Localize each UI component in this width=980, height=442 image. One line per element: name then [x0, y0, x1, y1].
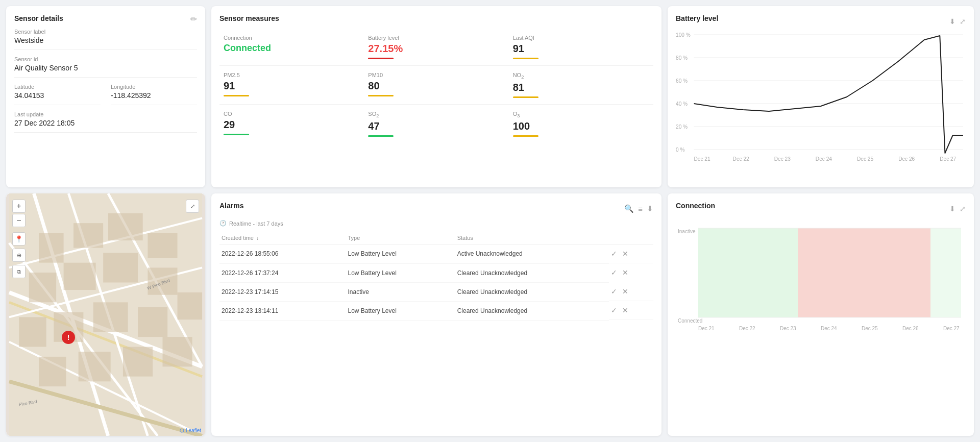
svg-text:Dec 26: Dec 26: [902, 326, 919, 331]
battery-svg: 100 % 80 % 60 % 40 % 20 % 0 % Dec 21 Dec…: [676, 31, 966, 174]
sort-icon[interactable]: ↓: [256, 235, 259, 241]
svg-text:Dec 24: Dec 24: [821, 326, 837, 331]
battery-expand-icon[interactable]: ⤢: [960, 17, 966, 26]
alarms-search-icon[interactable]: 🔍: [624, 204, 634, 213]
svg-rect-43: [39, 357, 66, 386]
aqi-label: Last AQI: [513, 35, 649, 41]
aqi-value: 91: [513, 43, 649, 55]
no2-bar: [513, 96, 538, 98]
svg-text:Dec 27: Dec 27: [940, 156, 957, 162]
connection-chart-actions: ⬇ ⤢: [949, 205, 966, 213]
pm10-bar: [368, 95, 394, 96]
alarms-filter-icon[interactable]: ≡: [638, 205, 643, 213]
alarm-ack-4[interactable]: ✓: [611, 306, 617, 314]
alarm-dismiss-4[interactable]: ✕: [622, 306, 628, 314]
zoom-in-button[interactable]: +: [12, 200, 26, 213]
measure-pm25: PM2.5 91: [219, 66, 364, 105]
alarm-row-1: 2022-12-26 18:55:06 Low Battery Level Ac…: [219, 244, 653, 264]
svg-text:Dec 22: Dec 22: [739, 326, 755, 331]
co-bar: [224, 134, 249, 135]
battery-chart-card: Battery level ⬇ ⤢ 100 % 80 % 60 % 40 % 2…: [668, 6, 974, 187]
alarm-ack-2[interactable]: ✓: [611, 268, 617, 277]
svg-rect-31: [74, 223, 103, 248]
svg-text:Dec 25: Dec 25: [857, 156, 874, 162]
co-value: 29: [224, 119, 360, 131]
o3-bar: [513, 135, 538, 137]
sensor-details-card: Sensor details ✏ Sensor label Westside S…: [6, 6, 205, 187]
measure-pm10: PM10 80: [364, 66, 508, 105]
map-expand-button[interactable]: ⤢: [186, 200, 199, 213]
alarms-header: Alarms 🔍 ≡ ⬇: [219, 202, 653, 216]
alarm-type-4: Low Battery Level: [346, 301, 455, 320]
svg-rect-33: [148, 233, 177, 258]
svg-text:Dec 24: Dec 24: [816, 156, 832, 162]
pm10-value: 80: [368, 80, 504, 92]
alarm-actions-1: ✓ ✕: [609, 244, 653, 263]
sensor-id-key: Sensor id: [14, 56, 197, 62]
alarm-ack-3[interactable]: ✓: [611, 287, 617, 296]
edit-icon[interactable]: ✏: [190, 14, 197, 24]
sensor-details-title: Sensor details: [14, 14, 63, 22]
so2-label: SO2: [368, 111, 504, 118]
svg-rect-40: [93, 302, 128, 332]
connection-value: Connected: [224, 43, 360, 54]
alarm-dismiss-3[interactable]: ✕: [622, 287, 628, 296]
battery-chart-title: Battery level: [676, 14, 718, 22]
alarms-download-icon[interactable]: ⬇: [647, 204, 653, 213]
svg-text:Dec 25: Dec 25: [862, 326, 878, 331]
battery-chart-area: 100 % 80 % 60 % 40 % 20 % 0 % Dec 21 Dec…: [676, 31, 966, 168]
measure-so2: SO2 47: [364, 105, 508, 143]
connection-download-icon[interactable]: ⬇: [949, 205, 955, 213]
lng-key: Longitude: [111, 84, 197, 90]
o3-value: 100: [513, 120, 649, 132]
aqi-bar: [513, 58, 538, 59]
svg-rect-44: [79, 352, 111, 381]
compass-button[interactable]: ⊕: [12, 249, 26, 262]
svg-text:0 %: 0 %: [676, 147, 685, 153]
battery-download-icon[interactable]: ⬇: [949, 17, 955, 26]
alarms-title: Alarms: [219, 202, 243, 210]
layers-button[interactable]: ⧉: [12, 265, 26, 278]
connection-chart-header: Connection ⬇ ⤢: [676, 202, 966, 216]
measure-battery: Battery level 27.15%: [364, 29, 508, 66]
alarm-time-3: 2022-12-23 17:14:15: [219, 282, 346, 301]
pm10-label: PM10: [368, 72, 504, 78]
connection-svg: Inactive Connected Dec 21 Dec 22 Dec 23 …: [676, 218, 966, 340]
sensor-id-value: Air Quality Sensor 5: [14, 64, 197, 78]
alarm-row-2: 2022-12-26 17:37:24 Low Battery Level Cl…: [219, 263, 653, 282]
zoom-out-button[interactable]: −: [12, 214, 26, 227]
svg-rect-42: [178, 292, 202, 320]
svg-rect-53: [930, 228, 961, 317]
svg-text:Dec 26: Dec 26: [898, 156, 915, 162]
alarm-dismiss-2[interactable]: ✕: [622, 268, 628, 277]
alarm-time-1: 2022-12-26 18:55:06: [219, 244, 346, 264]
sensor-label-value: Westside: [14, 36, 197, 50]
svg-rect-35: [64, 263, 96, 290]
measure-o3: O3 100: [509, 105, 653, 143]
leaflet-link[interactable]: ⬡ Leaflet: [180, 428, 201, 433]
so2-value: 47: [368, 120, 504, 132]
alarm-ack-1[interactable]: ✓: [611, 250, 617, 258]
svg-text:Dec 21: Dec 21: [698, 326, 715, 331]
so2-bar: [368, 135, 394, 137]
alarm-time-4: 2022-12-23 13:14:11: [219, 301, 346, 320]
sensor-measures-title: Sensor measures: [219, 14, 653, 22]
measure-connection: Connection Connected: [219, 29, 364, 66]
svg-text:Dec 23: Dec 23: [780, 326, 796, 331]
svg-rect-38: [19, 317, 46, 347]
svg-rect-45: [123, 347, 153, 377]
alarms-icons: 🔍 ≡ ⬇: [624, 204, 653, 213]
alarm-dismiss-1[interactable]: ✕: [622, 250, 628, 258]
o3-label: O3: [513, 111, 649, 118]
svg-text:Dec 22: Dec 22: [733, 156, 750, 162]
alarm-status-2: Cleared Unacknowledged: [455, 263, 609, 282]
connection-expand-icon[interactable]: ⤢: [960, 205, 966, 213]
connection-chart-title: Connection: [676, 202, 715, 210]
sensor-measures-card: Sensor measures Connection Connected Bat…: [211, 6, 662, 187]
svg-text:Inactive: Inactive: [678, 229, 696, 234]
location-button[interactable]: 📍: [12, 232, 26, 245]
svg-rect-51: [698, 228, 798, 317]
map-controls: + − 📍 ⊕ ⧉: [12, 200, 26, 278]
svg-text:20 %: 20 %: [676, 124, 688, 130]
connection-chart-card: Connection ⬇ ⤢ Inactive Connected: [668, 193, 974, 436]
